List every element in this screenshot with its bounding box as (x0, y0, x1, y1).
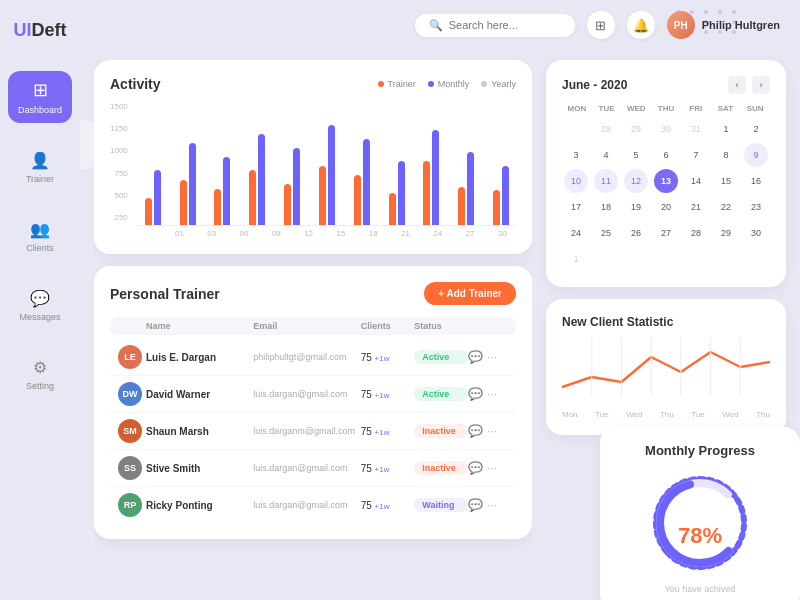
legend-label-yearly: Yearly (491, 79, 516, 89)
bar-group (207, 157, 237, 225)
bar-client (284, 184, 291, 225)
calendar-grid: 2829303112345678910111213141516171819202… (562, 117, 770, 271)
row-name: Shaun Marsh (146, 426, 253, 437)
trainer-icon: 👤 (30, 151, 50, 170)
bars-section: 0103060912151821242730 (138, 106, 516, 238)
grid-icon-btn[interactable]: ⊞ (587, 11, 615, 39)
message-icon[interactable]: 💬 (468, 498, 483, 512)
calendar-day[interactable]: 13 (654, 169, 678, 193)
calendar-day[interactable]: 29 (714, 221, 738, 245)
bar-group (173, 143, 203, 225)
bar-client (389, 193, 396, 225)
add-trainer-button[interactable]: + Add Trainer (424, 282, 516, 305)
more-icon[interactable]: ··· (487, 424, 497, 438)
trainer-header: Personal Trainer + Add Trainer (110, 282, 516, 305)
sidebar-item-clients[interactable]: 👥 Clients (8, 212, 72, 261)
row-avatar: SM (118, 419, 142, 443)
calendar-day[interactable]: 1 (564, 247, 588, 271)
stat-chart-svg (562, 337, 770, 402)
calendar-day[interactable]: 15 (714, 169, 738, 193)
user-profile[interactable]: PH Philip Hultgren (667, 11, 780, 39)
calendar-day[interactable]: 28 (594, 117, 618, 141)
calendar-day[interactable]: 16 (744, 169, 768, 193)
row-email: luis.dargan@gmail.com (253, 500, 360, 510)
more-icon[interactable]: ··· (487, 350, 497, 364)
search-input[interactable] (449, 19, 561, 31)
bar-trainer (363, 139, 370, 225)
dashboard-icon: ⊞ (33, 79, 48, 101)
more-icon[interactable]: ··· (487, 498, 497, 512)
calendar-day[interactable]: 30 (654, 117, 678, 141)
bar-wrapper (319, 125, 335, 225)
bar-group (417, 130, 447, 225)
search-bar[interactable]: 🔍 (415, 14, 575, 37)
message-icon[interactable]: 💬 (468, 424, 483, 438)
calendar-day[interactable]: 23 (744, 195, 768, 219)
prev-month-button[interactable]: ‹ (728, 76, 746, 94)
calendar-day[interactable]: 5 (624, 143, 648, 167)
calendar-day[interactable]: 20 (654, 195, 678, 219)
calendar-day[interactable]: 14 (684, 169, 708, 193)
calendar-day[interactable]: 9 (744, 143, 768, 167)
client-statistic-card: New Client Statistic Mon Tue Wed Thu (546, 299, 786, 435)
calendar-day[interactable]: 22 (714, 195, 738, 219)
calendar-day[interactable]: 25 (594, 221, 618, 245)
calendar-day[interactable]: 3 (564, 143, 588, 167)
calendar-day[interactable]: 21 (684, 195, 708, 219)
next-month-button[interactable]: › (752, 76, 770, 94)
calendar-day[interactable]: 10 (564, 169, 588, 193)
calendar-day[interactable]: 18 (594, 195, 618, 219)
bell-icon-btn[interactable]: 🔔 (627, 11, 655, 39)
sidebar-item-messages[interactable]: 💬 Messages (8, 281, 72, 330)
activity-title: Activity (110, 76, 161, 92)
calendar-day[interactable]: 8 (714, 143, 738, 167)
bar-trainer (467, 152, 474, 225)
stat-x-labels: Mon Tue Wed Thu Tue Wed Thu (562, 410, 770, 419)
sidebar-item-dashboard[interactable]: ⊞ Dashboard (8, 71, 72, 123)
row-name: Stive Smith (146, 463, 253, 474)
legend-label-trainer: Trainer (388, 79, 416, 89)
calendar-day[interactable]: 4 (594, 143, 618, 167)
calendar-day[interactable]: 29 (624, 117, 648, 141)
calendar-day[interactable]: 30 (744, 221, 768, 245)
row-avatar: RP (118, 493, 142, 517)
personal-trainer-card: Personal Trainer + Add Trainer Name Emai… (94, 266, 532, 539)
sidebar-item-setting[interactable]: ⚙ Setting (8, 350, 72, 399)
sidebar-item-label: Clients (26, 243, 54, 253)
status-badge: Inactive (414, 461, 468, 475)
more-icon[interactable]: ··· (487, 461, 497, 475)
calendar-day[interactable]: 2 (744, 117, 768, 141)
chart-legend: Trainer Monthly Yearly (378, 79, 516, 89)
message-icon[interactable]: 💬 (468, 461, 483, 475)
table-row: DW David Warner luis.dargan@gmail.com 75… (110, 376, 516, 413)
trainer-title: Personal Trainer (110, 286, 220, 302)
calendar-card: June - 2020 ‹ › MON TUE WED THU FRI SAT … (546, 60, 786, 287)
calendar-day[interactable]: 19 (624, 195, 648, 219)
calendar-day[interactable]: 28 (684, 221, 708, 245)
calendar-day[interactable]: 31 (684, 117, 708, 141)
x-axis-label: 01 (166, 229, 193, 238)
search-icon: 🔍 (429, 19, 443, 32)
clients-icon: 👥 (30, 220, 50, 239)
calendar-day[interactable]: 6 (654, 143, 678, 167)
table-row: SM Shaun Marsh luis.darganm@gmail.com 75… (110, 413, 516, 450)
calendar-day[interactable]: 26 (624, 221, 648, 245)
bar-trainer (293, 148, 300, 225)
calendar-day[interactable]: 1 (714, 117, 738, 141)
status-badge: Active (414, 387, 468, 401)
sidebar-item-trainer[interactable]: 👤 Trainer (8, 143, 72, 192)
x-axis-label: 18 (360, 229, 387, 238)
calendar-day[interactable]: 12 (624, 169, 648, 193)
calendar-day[interactable]: 24 (564, 221, 588, 245)
calendar-day[interactable]: 17 (564, 195, 588, 219)
x-axis-label: 24 (424, 229, 451, 238)
message-icon[interactable]: 💬 (468, 350, 483, 364)
row-actions: 💬 ··· (468, 387, 508, 401)
calendar-day[interactable]: 7 (684, 143, 708, 167)
message-icon[interactable]: 💬 (468, 387, 483, 401)
row-clients: 75 +1w (361, 426, 415, 437)
calendar-day[interactable]: 11 (594, 169, 618, 193)
more-icon[interactable]: ··· (487, 387, 497, 401)
calendar-day[interactable]: 27 (654, 221, 678, 245)
table-row: SS Stive Smith luis.dargan@gmail.com 75 … (110, 450, 516, 487)
